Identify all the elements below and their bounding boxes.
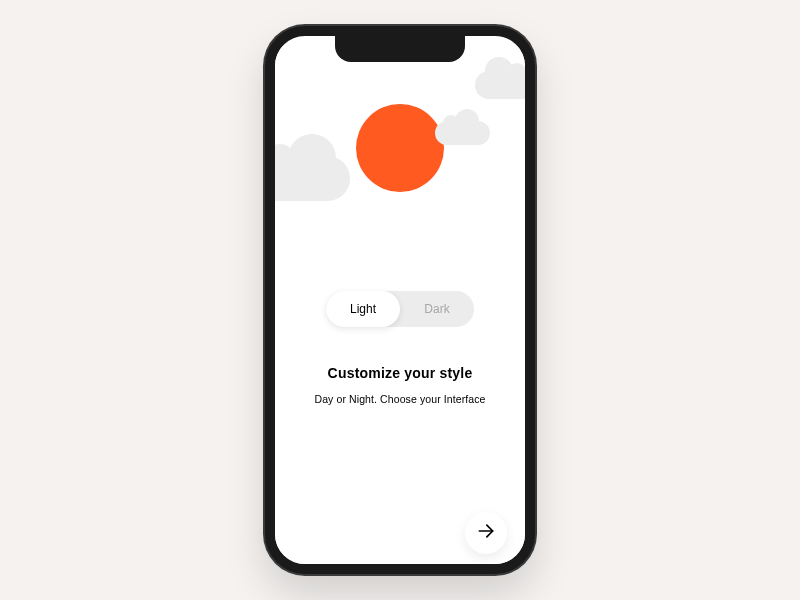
cloud-icon — [475, 71, 535, 99]
app-screen: Light Dark Customize your style Day or N… — [275, 46, 525, 574]
phone-device-frame: Light Dark Customize your style Day or N… — [265, 26, 535, 574]
sky-illustration — [275, 46, 525, 236]
subheading: Day or Night. Choose your Interface — [295, 393, 505, 405]
phone-notch — [335, 36, 465, 62]
next-button[interactable] — [465, 512, 507, 554]
arrow-right-icon — [476, 521, 496, 545]
cloud-icon — [265, 156, 350, 201]
theme-toggle-container: Light Dark — [275, 291, 525, 327]
onboarding-text: Customize your style Day or Night. Choos… — [275, 365, 525, 405]
theme-option-dark[interactable]: Dark — [400, 291, 474, 327]
cloud-icon — [435, 121, 490, 145]
theme-option-light[interactable]: Light — [326, 291, 400, 327]
theme-toggle[interactable]: Light Dark — [326, 291, 474, 327]
sun-icon — [356, 104, 444, 192]
heading: Customize your style — [295, 365, 505, 381]
